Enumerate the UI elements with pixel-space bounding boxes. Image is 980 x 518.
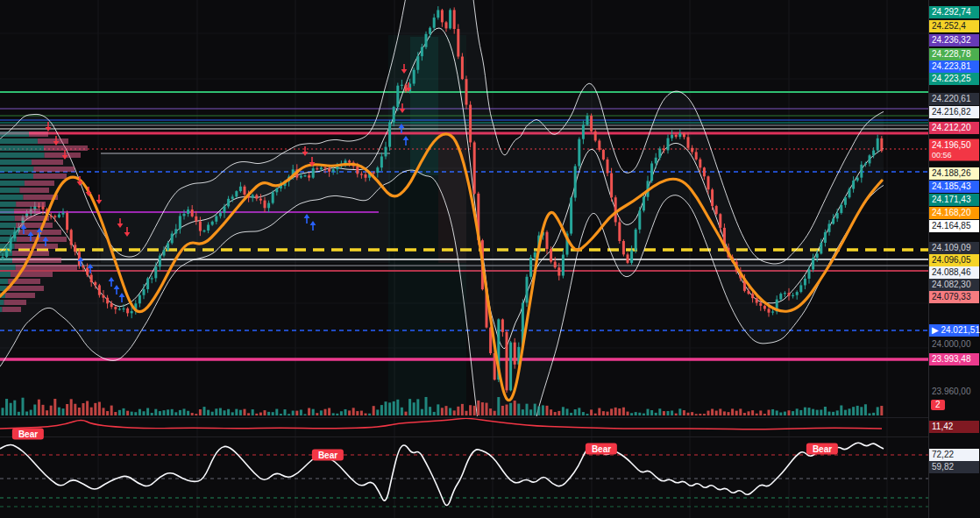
price-axis-label: 24.236,32 (929, 34, 979, 46)
price-axis[interactable]: 24.292,7424.252,424.236,3224.228,7824.22… (928, 0, 980, 518)
bear-signal-badge: Bear (806, 443, 838, 455)
price-axis-label: 72,22 (929, 449, 979, 461)
pane-separator[interactable] (0, 436, 980, 437)
price-axis-label: 24.096,05 (929, 254, 979, 266)
price-axis-label: 24.079,33 (929, 291, 979, 303)
price-axis-label: 24.164,85 (929, 220, 979, 232)
price-axis-label: 24.109,09 (929, 242, 979, 254)
price-axis-label: 24.171,43 (929, 194, 979, 206)
price-axis-label: 24.088,46 (929, 266, 979, 279)
trading-chart-app: 24.292,7424.252,424.236,3224.228,7824.22… (0, 0, 980, 518)
price-axis-label: 24.000,00 (929, 338, 979, 351)
price-axis-label: 24.185,43 (929, 181, 979, 193)
price-axis-label: 24.292,74 (929, 6, 979, 18)
price-axis-label: 59,82 (929, 461, 979, 473)
price-axis-label: 24.216,82 (929, 106, 979, 118)
price-axis-label: 24.228,78 (929, 48, 979, 60)
price-axis-label: 23.960,00 (929, 386, 979, 398)
bear-signal-badge: Bear (312, 450, 344, 461)
bear-signal-badge: Bear (12, 429, 44, 440)
chart-svg (0, 0, 929, 518)
price-axis-label: 24.082,30 (929, 279, 979, 291)
price-axis-label: 23.993,48 (929, 353, 979, 365)
pane-separator[interactable] (0, 417, 980, 418)
price-axis-label: 24.212,20 (929, 122, 979, 134)
price-axis-label: 24.223,81 (929, 60, 979, 73)
price-axis-label: 2 (931, 400, 945, 410)
countdown-timer: 00:56 (932, 151, 976, 160)
price-axis-label: 24.220,61 (929, 93, 979, 105)
price-axis-label: 24.252,4 (929, 20, 979, 32)
price-axis-label: 24.223,25 (929, 73, 979, 85)
momentum-line (0, 418, 882, 429)
price-axis-label: ▶ 24.021,51 (929, 324, 979, 337)
oscillator (0, 443, 929, 507)
price-axis-label: 11,42 (929, 421, 979, 433)
chart-canvas[interactable] (0, 0, 929, 518)
price-axis-label: 24.196,5000:56 (929, 139, 979, 161)
price-axis-label: 24.168,20 (929, 207, 979, 219)
price-axis-label: 24.188,26 (929, 167, 979, 180)
bear-signal-badge: Bear (586, 443, 617, 455)
